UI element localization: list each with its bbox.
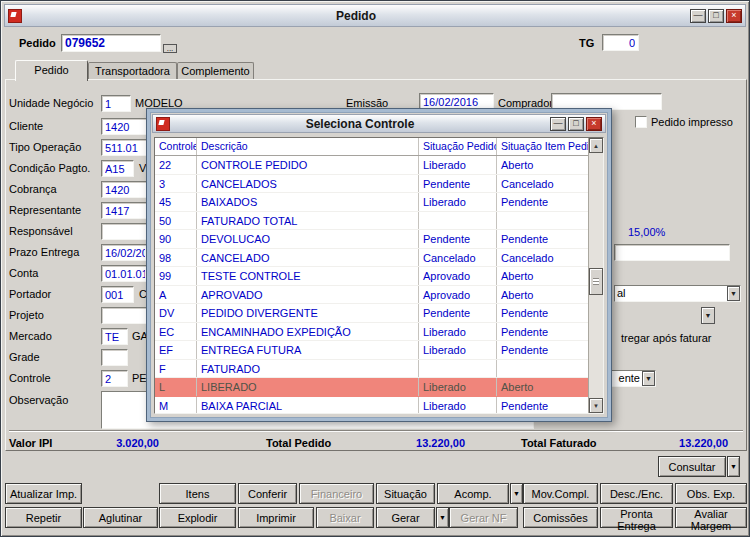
- repetir-button[interactable]: Repetir: [5, 507, 82, 528]
- tab-transportadora[interactable]: Transportadora: [88, 62, 177, 79]
- controle-row-50[interactable]: 50FATURADO TOTAL: [155, 212, 588, 231]
- toolbar-row-1: Atualizar Imp.ItensConferirFinanceiroSit…: [1, 483, 750, 504]
- grid-cell: Aprovado: [419, 286, 497, 304]
- controle-row-EC[interactable]: ECENCAMINHADO EXPEDIÇÃOLiberadoPendente: [155, 323, 588, 342]
- mov-compl-button[interactable]: Mov.Compl.: [523, 483, 598, 504]
- situacao-combo[interactable]: ente ▼: [605, 370, 656, 387]
- total-pedido-value: 13.220,00: [393, 437, 465, 449]
- controle-grid: Controle Descrição Situação Pedido Situa…: [154, 137, 604, 414]
- gerar-dropdown-button[interactable]: ▼: [436, 507, 449, 528]
- grid-cell: L: [155, 378, 197, 396]
- grid-cell: 98: [155, 249, 197, 267]
- acomp-dropdown-button[interactable]: ▼: [510, 483, 523, 504]
- grid-cell: FATURADO TOTAL: [197, 212, 419, 230]
- column-header-controle[interactable]: Controle: [155, 138, 197, 155]
- scroll-up-icon[interactable]: ▲: [589, 138, 603, 153]
- controle-row-3[interactable]: 3CANCELADOSPendenteCancelado: [155, 175, 588, 194]
- chevron-down-icon[interactable]: ▼: [642, 371, 655, 386]
- grid-cell: ENTREGA FUTURA: [197, 341, 419, 359]
- partial-combo[interactable]: al ▼: [614, 285, 741, 302]
- grid-cell: EF: [155, 341, 197, 359]
- pronta-entrega-button[interactable]: Pronta Entrega: [600, 507, 673, 528]
- desc-enc-button[interactable]: Desc./Enc.: [600, 483, 673, 504]
- dialog-title: Seleciona Controle: [172, 117, 548, 131]
- column-header-situacao-item-pedido[interactable]: Situação Item Pedido: [497, 138, 588, 155]
- conferir-button[interactable]: Conferir: [238, 483, 297, 504]
- grid-cell: Liberado: [419, 156, 497, 174]
- avaliar-margem-button[interactable]: Avaliar Margem: [675, 507, 747, 528]
- explodir-button[interactable]: Explodir: [159, 507, 236, 528]
- dialog-app-icon: [156, 117, 170, 131]
- dialog-maximize-icon[interactable]: □: [568, 117, 584, 131]
- dialog-minimize-icon[interactable]: —: [550, 117, 566, 131]
- aglutinar-button[interactable]: Aglutinar: [83, 507, 158, 528]
- controle-row-EF[interactable]: EFENTREGA FUTURALiberadoPendente: [155, 341, 588, 360]
- grid-cell: Pendente: [419, 175, 497, 193]
- grid-cell: BAIXA PARCIAL: [197, 397, 419, 414]
- grid-cell: APROVADO: [197, 286, 419, 304]
- grid-cell: DEVOLUCAO: [197, 230, 419, 248]
- dialog-close-icon[interactable]: ×: [586, 117, 602, 131]
- tab-complemento[interactable]: Complemento: [177, 62, 254, 79]
- grid-cell: Cancelado: [497, 249, 588, 267]
- grid-cell: [419, 360, 497, 378]
- grid-cell: Pendente: [497, 341, 588, 359]
- tab-pedido[interactable]: Pedido: [15, 60, 88, 81]
- controle-row-M[interactable]: MBAIXA PARCIALLiberadoPendente: [155, 397, 588, 414]
- grid-scrollbar[interactable]: ▲ ▼: [588, 138, 603, 413]
- scroll-down-icon[interactable]: ▼: [589, 398, 603, 413]
- grid-cell: Cancelado: [419, 249, 497, 267]
- itens-button[interactable]: Itens: [159, 483, 236, 504]
- grid-cell: Liberado: [419, 323, 497, 341]
- grid-cell: 99: [155, 267, 197, 285]
- controle-row-22[interactable]: 22CONTROLE PEDIDOLiberadoAberto: [155, 156, 588, 175]
- gerar-button[interactable]: Gerar: [376, 507, 435, 528]
- gerar-nf-button: Gerar NF: [449, 507, 518, 528]
- grid-cell: DV: [155, 304, 197, 322]
- situa-o-button[interactable]: Situação: [376, 483, 435, 504]
- controle-row-99[interactable]: 99TESTE CONTROLEAprovadoAberto: [155, 267, 588, 286]
- consultar-button[interactable]: Consultar: [658, 456, 726, 477]
- baixar-button: Baixar: [316, 507, 374, 528]
- grid-cell: Liberado: [419, 341, 497, 359]
- chevron-down-icon[interactable]: ▼: [701, 307, 715, 324]
- chevron-down-icon[interactable]: ▼: [727, 286, 740, 301]
- tab-label: Transportadora: [95, 65, 170, 77]
- scroll-thumb[interactable]: [589, 268, 603, 295]
- grid-cell: LIBERADO: [197, 378, 419, 396]
- grid-cell: [497, 212, 588, 230]
- valor-ipi-value: 3.020,00: [93, 437, 159, 449]
- atualizar-imp-button[interactable]: Atualizar Imp.: [5, 483, 82, 504]
- controle-row-45[interactable]: 45BAIXADOSLiberadoPendente: [155, 193, 588, 212]
- consultar-dropdown-button[interactable]: ▼: [727, 456, 740, 477]
- comiss-es-button[interactable]: Comissões: [523, 507, 598, 528]
- column-header-situacao-pedido[interactable]: Situação Pedido: [419, 138, 497, 155]
- pedido-impresso-checkbox[interactable]: [635, 116, 647, 128]
- grid-cell: TESTE CONTROLE: [197, 267, 419, 285]
- controle-row-A[interactable]: AAPROVADOAprovadoAberto: [155, 286, 588, 305]
- auxiliary-input[interactable]: [614, 244, 730, 261]
- controle-row-98[interactable]: 98CANCELADOCanceladoCancelado: [155, 249, 588, 268]
- obs-exp-button[interactable]: Obs. Exp.: [675, 483, 747, 504]
- financeiro-button: Financeiro: [299, 483, 374, 504]
- controle-row-L[interactable]: LLIBERADOLiberadoAberto: [155, 378, 588, 397]
- grid-cell: A: [155, 286, 197, 304]
- grid-cell: 90: [155, 230, 197, 248]
- acomp-button[interactable]: Acomp.: [437, 483, 509, 504]
- imprimir-button[interactable]: Imprimir: [238, 507, 314, 528]
- observacao-label: Observação: [9, 392, 68, 409]
- grid-cell: Pendente: [497, 323, 588, 341]
- totals-row: Valor IPI 3.020,00 Total Pedido 13.220,0…: [1, 437, 750, 451]
- totals-separator: [9, 430, 743, 432]
- controle-row-90[interactable]: 90DEVOLUCAOPendentePendente: [155, 230, 588, 249]
- column-header-descricao[interactable]: Descrição: [197, 138, 419, 155]
- grid-cell: 22: [155, 156, 197, 174]
- grid-cell: [419, 212, 497, 230]
- total-pedido-label: Total Pedido: [266, 437, 331, 449]
- controle-row-F[interactable]: FFATURADO: [155, 360, 588, 379]
- controle-row-DV[interactable]: DVPEDIDO DIVERGENTEPendentePendente: [155, 304, 588, 323]
- grid-cell: F: [155, 360, 197, 378]
- pedido-impresso-label: Pedido impresso: [651, 114, 733, 131]
- grid-cell: Pendente: [419, 304, 497, 322]
- grid-cell: CANCELADOS: [197, 175, 419, 193]
